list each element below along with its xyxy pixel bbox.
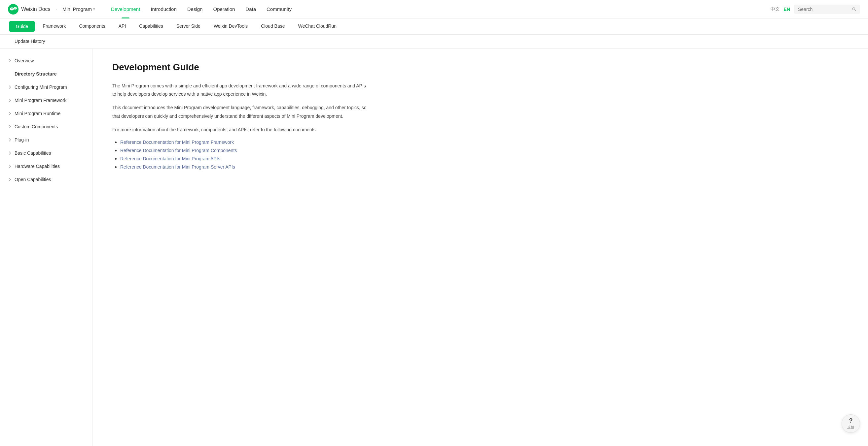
chevron-right-icon: [8, 177, 12, 181]
sidebar-item-overview[interactable]: Overview: [0, 54, 92, 67]
page-title: Development Guide: [112, 62, 370, 73]
nav-right: 中文 EN: [771, 5, 860, 14]
link-components[interactable]: Reference Documentation for Mini Program…: [120, 148, 237, 153]
logo-area[interactable]: Weixin Docs · Mini Program ▾: [8, 4, 95, 14]
nav-item-operation[interactable]: Operation: [208, 0, 240, 19]
sub-nav-guide[interactable]: Guide: [9, 21, 35, 32]
sidebar-item-directory-structure[interactable]: Directory Structure: [0, 67, 92, 80]
chevron-right-icon: [8, 125, 12, 129]
sub-nav: Guide Framework Components API Capabilit…: [0, 19, 868, 35]
sub-nav-update-history[interactable]: Update History: [8, 35, 52, 48]
svg-point-5: [14, 8, 15, 8]
sidebar-item-basic-capabilities[interactable]: Basic Capabilities: [0, 146, 92, 160]
content-para-3: For more information about the framework…: [112, 126, 370, 134]
svg-point-1: [10, 7, 14, 10]
sub-nav-components[interactable]: Components: [72, 20, 112, 33]
feedback-question-mark: ?: [849, 417, 853, 424]
sidebar-item-open-capabilities[interactable]: Open Capabilities: [0, 173, 92, 186]
lang-zh[interactable]: 中文: [771, 6, 780, 12]
sub-nav-framework[interactable]: Framework: [36, 20, 72, 33]
sub-nav-row2: Update History: [0, 35, 868, 49]
mini-program-label[interactable]: Mini Program ▾: [62, 6, 95, 12]
sidebar-item-hardware-capabilities[interactable]: Hardware Capabilities: [0, 160, 92, 173]
nav-item-introduction[interactable]: Introduction: [145, 0, 182, 19]
search-bar[interactable]: [794, 5, 860, 14]
svg-point-6: [15, 8, 16, 8]
chevron-right-icon: [8, 59, 12, 63]
sub-nav-api[interactable]: API: [112, 20, 133, 33]
chevron-right-icon: [8, 151, 12, 155]
feedback-label: 反馈: [847, 425, 855, 430]
content-para-2: This document introduces the Mini Progra…: [112, 104, 370, 120]
logo-text: Weixin Docs: [21, 6, 51, 12]
sidebar-item-custom-components[interactable]: Custom Components: [0, 120, 92, 133]
reference-links: Reference Documentation for Mini Program…: [112, 139, 370, 170]
link-framework[interactable]: Reference Documentation for Mini Program…: [120, 140, 234, 145]
sidebar-item-plug-in[interactable]: Plug-in: [0, 133, 92, 146]
nav-item-design[interactable]: Design: [182, 0, 208, 19]
feedback-button[interactable]: ? 反馈: [842, 414, 860, 433]
nav-item-community[interactable]: Community: [261, 0, 297, 19]
link-server[interactable]: Reference Documentation for Mini Program…: [120, 164, 235, 170]
sub-nav-cloud-base[interactable]: Cloud Base: [254, 20, 291, 33]
sub-nav-capabilities[interactable]: Capabilities: [132, 20, 169, 33]
search-icon: [852, 7, 856, 11]
svg-point-3: [11, 8, 12, 9]
sub-nav-wechat-cloudrun[interactable]: WeChat CloudRun: [292, 20, 343, 33]
sidebar: Overview Directory Structure Configuring…: [0, 49, 92, 446]
top-nav: Weixin Docs · Mini Program ▾ Development…: [0, 0, 868, 19]
nav-item-development[interactable]: Development: [106, 0, 145, 19]
svg-point-4: [12, 8, 13, 9]
lang-en[interactable]: EN: [784, 7, 790, 12]
sidebar-item-mini-program-framework[interactable]: Mini Program Framework: [0, 94, 92, 107]
chevron-right-icon: [8, 85, 12, 89]
weixin-logo-icon: [8, 4, 19, 14]
main-nav: Development Introduction Design Operatio…: [106, 0, 771, 19]
logo-separator: ·: [56, 6, 57, 12]
layout: Overview Directory Structure Configuring…: [0, 49, 868, 446]
main-content: Development Guide The Mini Program comes…: [92, 49, 390, 446]
nav-item-data[interactable]: Data: [240, 0, 261, 19]
chevron-right-icon: [8, 164, 12, 168]
chevron-right-icon: [8, 111, 12, 115]
svg-point-2: [13, 7, 17, 9]
search-input[interactable]: [798, 7, 849, 12]
chevron-right-icon: [8, 138, 12, 142]
sidebar-item-mini-program-runtime[interactable]: Mini Program Runtime: [0, 107, 92, 120]
sidebar-item-configuring-mini-program[interactable]: Configuring Mini Program: [0, 80, 92, 94]
sub-nav-weixin-devtools[interactable]: Weixin DevTools: [207, 20, 254, 33]
chevron-right-icon: [8, 98, 12, 102]
svg-line-8: [855, 9, 856, 11]
sub-nav-server-side[interactable]: Server Side: [170, 20, 207, 33]
link-apis[interactable]: Reference Documentation for Mini Program…: [120, 156, 220, 161]
content-para-1: The Mini Program comes with a simple and…: [112, 82, 370, 98]
svg-point-7: [852, 8, 855, 10]
